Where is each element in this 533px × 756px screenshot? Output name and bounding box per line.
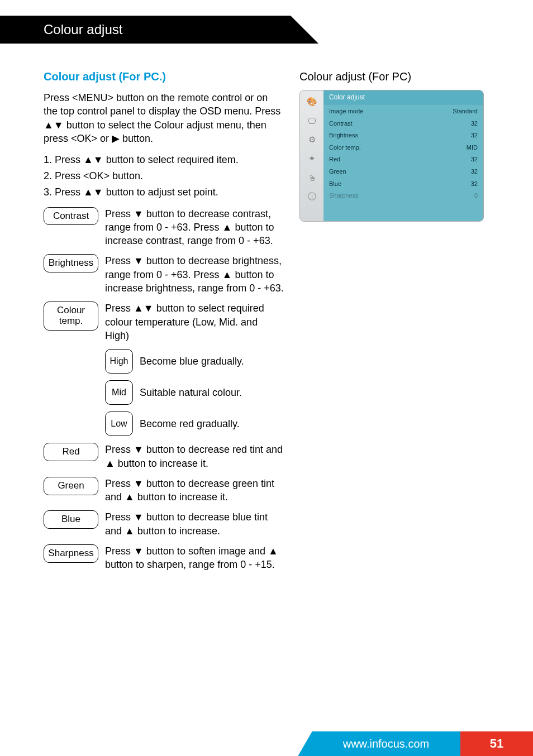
step-item: Press ▲▼ button to adjust set point. xyxy=(55,184,284,200)
pill-mid: Mid xyxy=(105,380,133,405)
pill-red: Red xyxy=(44,443,98,461)
osd-row: Blue32 xyxy=(323,178,483,190)
setting-green: Green Press ▼ button to decrease green t… xyxy=(44,477,284,504)
osd-panel: 🎨 🖵 ⚙ ✦ 🖱 ⓘ Color adjust Image modeStand… xyxy=(299,90,484,222)
osd-row: Green32 xyxy=(323,166,483,178)
setting-brightness: Brightness Press ▼ button to decrease br… xyxy=(44,254,284,295)
desc-brightness: Press ▼ button to decrease brightness, r… xyxy=(105,254,284,295)
desc-colortemp: Press ▲▼ button to select required colou… xyxy=(105,302,284,342)
osd-row: Image modeStandard xyxy=(323,106,483,118)
desc-low: Become red gradually. xyxy=(140,417,240,430)
osd-title: Color adjust xyxy=(323,90,483,104)
osd-row: Brightness32 xyxy=(323,130,483,142)
section-title: Colour adjust xyxy=(44,22,122,37)
pill-contrast: Contrast xyxy=(44,207,98,226)
desc-mid: Suitable natural colour. xyxy=(140,386,242,399)
pill-high: High xyxy=(105,349,133,374)
colortemp-low: Low Become red gradually. xyxy=(105,412,284,436)
step-item: Press <OK> button. xyxy=(55,168,284,184)
desc-green: Press ▼ button to decrease green tint an… xyxy=(105,477,284,504)
pill-colortemp: Colour temp. xyxy=(44,302,98,330)
pill-brightness: Brightness xyxy=(44,254,98,272)
palette-icon: 🎨 xyxy=(304,94,320,109)
step-item: Press ▲▼ button to select required item. xyxy=(55,152,284,168)
setting-red: Red Press ▼ button to decrease red tint … xyxy=(44,443,284,470)
pill-green: Green xyxy=(44,477,98,495)
osd-spacer xyxy=(323,202,483,220)
colortemp-high: High Become blue gradually. xyxy=(105,349,284,374)
page-footer: www.infocus.com 51 xyxy=(0,731,533,756)
section-header: Colour adjust xyxy=(0,16,291,44)
screen-icon: 🖵 xyxy=(304,113,320,128)
info-icon: ⓘ xyxy=(304,189,320,204)
desc-sharpness: Press ▼ button to soften image and ▲ but… xyxy=(105,544,284,572)
left-column: Colour adjust (For PC.) Press <MENU> but… xyxy=(44,70,284,572)
desc-blue: Press ▼ button to decrease blue tint and… xyxy=(105,510,284,538)
gear-plus-icon: ✦ xyxy=(304,151,320,166)
setting-colortemp: Colour temp. Press ▲▼ button to select r… xyxy=(44,302,284,342)
osd-caption: Colour adjust (For PC) xyxy=(299,70,517,83)
setting-blue: Blue Press ▼ button to decrease blue tin… xyxy=(44,510,284,538)
osd-body: Image modeStandard Contrast32 Brightness… xyxy=(323,104,483,221)
steps-list: Press ▲▼ button to select required item.… xyxy=(55,152,284,200)
osd-main: Color adjust Image modeStandard Contrast… xyxy=(323,90,483,221)
intro-paragraph: Press <MENU> button on the remote contro… xyxy=(44,91,284,145)
osd-row: Red32 xyxy=(323,154,483,166)
pill-blue: Blue xyxy=(44,510,98,529)
osd-sidebar: 🎨 🖵 ⚙ ✦ 🖱 ⓘ xyxy=(300,90,323,221)
osd-row: Contrast32 xyxy=(323,118,483,130)
page-number: 51 xyxy=(460,731,533,756)
osd-row: Color temp.MID xyxy=(323,142,483,154)
colortemp-mid: Mid Suitable natural colour. xyxy=(105,380,284,405)
footer-url: www.infocus.com xyxy=(298,731,474,756)
setting-contrast: Contrast Press ▼ button to decrease cont… xyxy=(44,207,284,248)
right-column: Colour adjust (For PC) 🎨 🖵 ⚙ ✦ 🖱 ⓘ Color… xyxy=(299,70,517,572)
pill-sharpness: Sharpness xyxy=(44,544,98,563)
setting-sharpness: Sharpness Press ▼ button to soften image… xyxy=(44,544,284,572)
desc-contrast: Press ▼ button to decrease contrast, ran… xyxy=(105,207,284,248)
desc-high: Become blue gradually. xyxy=(140,355,244,368)
gear-icon: ⚙ xyxy=(304,132,320,147)
pill-low: Low xyxy=(105,412,133,436)
osd-row: Sharpness0 xyxy=(323,190,483,202)
desc-red: Press ▼ button to decrease red tint and … xyxy=(105,443,284,470)
mouse-icon: 🖱 xyxy=(304,170,320,185)
subsection-title: Colour adjust (For PC.) xyxy=(44,70,284,83)
page-content: Colour adjust (For PC.) Press <MENU> but… xyxy=(0,70,533,572)
